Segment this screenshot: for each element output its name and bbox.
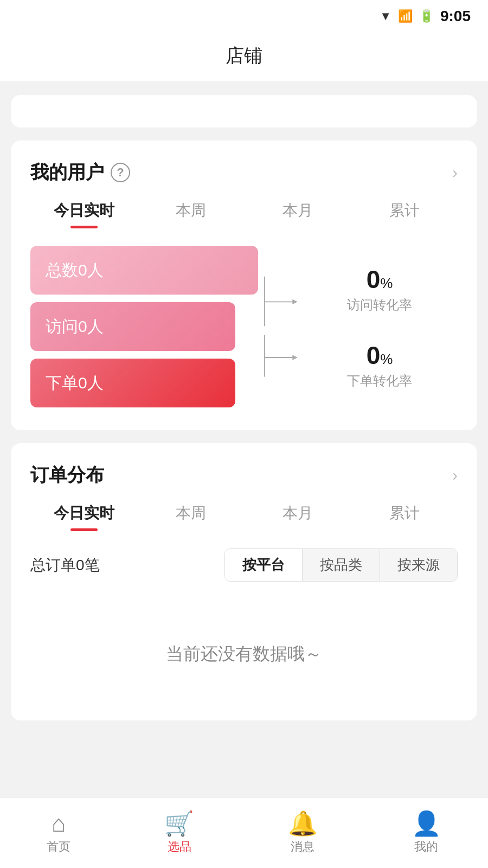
conversion-area: 0% 访问转化率 0% 下单转化率 [301, 246, 458, 409]
tab-today-realtime-users[interactable]: 今日实时 [30, 200, 137, 228]
visit-conversion-label: 访问转化率 [301, 296, 458, 314]
nav-select-product-label: 选品 [168, 839, 191, 855]
my-users-tabs: 今日实时 本周 本月 累计 [30, 200, 458, 228]
order-dist-header: 订单分布 › [30, 463, 458, 488]
order-bar: 下单0人 [30, 359, 235, 407]
cart-icon: 🛒 [164, 812, 194, 835]
order-dist-chevron[interactable]: › [452, 466, 458, 484]
status-time: 9:05 [440, 8, 471, 25]
signal-icon: 📶 [398, 9, 413, 23]
order-conversion-value: 0 [367, 341, 381, 369]
visit-conversion-value: 0 [367, 265, 381, 293]
order-conversion-unit: % [380, 351, 393, 367]
order-dist-tabs: 今日实时 本周 本月 累计 [30, 503, 458, 531]
home-icon: ⌂ [52, 812, 66, 835]
visit-bar: 访问0人 [30, 302, 235, 351]
nav-mine-label: 我的 [414, 839, 438, 855]
nav-message-label: 消息 [291, 839, 314, 855]
my-users-title: 我的用户 [30, 160, 104, 185]
order-controls: 总订单0笔 按平台 按品类 按来源 [30, 548, 458, 582]
svg-marker-0 [292, 299, 297, 304]
nav-home[interactable]: ⌂ 首页 [47, 812, 70, 855]
user-stats-chart: 总数0人 访问0人 下单0人 [30, 246, 458, 409]
page-title: 店铺 [226, 45, 262, 66]
wifi-icon: ▼ [380, 9, 391, 23]
filter-by-platform[interactable]: 按平台 [225, 549, 303, 581]
my-users-chevron[interactable]: › [452, 163, 458, 182]
tab-this-week-orders[interactable]: 本周 [137, 503, 244, 531]
order-filter-group: 按平台 按品类 按来源 [224, 548, 458, 582]
status-bar: ▼ 📶 🔋 9:05 [0, 0, 488, 33]
order-empty-state: 当前还没有数据哦～ [30, 599, 458, 699]
visit-conversion-unit: % [380, 275, 393, 291]
total-orders-label: 总订单0笔 [30, 555, 100, 576]
top-spacer-card [11, 95, 477, 127]
my-users-section: 我的用户 ? › 今日实时 本周 本月 累计 [11, 141, 477, 430]
tab-today-realtime-orders[interactable]: 今日实时 [30, 503, 137, 531]
nav-home-label: 首页 [47, 839, 70, 855]
message-icon: 🔔 [288, 812, 318, 835]
filter-by-category[interactable]: 按品类 [303, 549, 380, 581]
visit-conversion: 0% 访问转化率 [301, 265, 458, 314]
tab-this-week-users[interactable]: 本周 [137, 200, 244, 228]
tab-this-month-users[interactable]: 本月 [244, 200, 351, 228]
battery-icon: 🔋 [419, 9, 434, 23]
help-icon[interactable]: ? [111, 163, 130, 182]
tab-cumulative-users[interactable]: 累计 [351, 200, 458, 228]
total-bar: 总数0人 [30, 246, 258, 295]
svg-marker-1 [292, 355, 297, 360]
filter-by-source[interactable]: 按来源 [380, 549, 457, 581]
order-dist-section: 订单分布 › 今日实时 本周 本月 累计 总订单0笔 按平台 按品类 按来 [11, 443, 477, 720]
nav-select-product[interactable]: 🛒 选品 [164, 812, 194, 855]
bottom-nav: ⌂ 首页 🛒 选品 🔔 消息 👤 我的 [0, 797, 488, 868]
user-bars: 总数0人 访问0人 下单0人 [30, 246, 258, 409]
mine-icon: 👤 [412, 812, 441, 835]
my-users-title-group: 我的用户 ? [30, 160, 130, 185]
my-users-header: 我的用户 ? › [30, 160, 458, 185]
page-header: 店铺 [0, 33, 488, 82]
order-dist-title: 订单分布 [30, 463, 104, 488]
order-conversion-label: 下单转化率 [301, 372, 458, 390]
order-empty-text: 当前还没有数据哦～ [166, 644, 322, 663]
tab-this-month-orders[interactable]: 本月 [244, 503, 351, 531]
order-conversion: 0% 下单转化率 [301, 341, 458, 390]
tab-cumulative-orders[interactable]: 累计 [351, 503, 458, 531]
bracket-area [258, 246, 301, 409]
nav-mine[interactable]: 👤 我的 [412, 812, 441, 855]
nav-message[interactable]: 🔔 消息 [288, 812, 318, 855]
